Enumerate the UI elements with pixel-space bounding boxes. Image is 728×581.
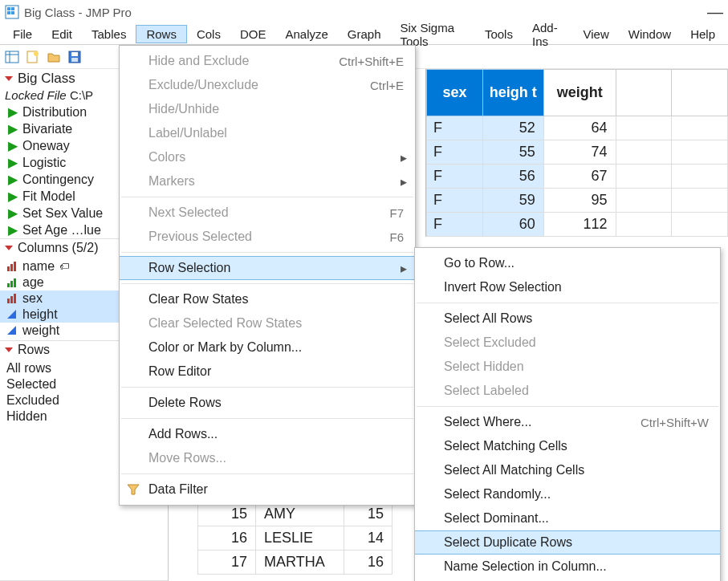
row-selection-submenu: Go to Row...Invert Row SelectionSelect A… xyxy=(414,247,721,581)
menu-cols[interactable]: Cols xyxy=(187,26,230,43)
menu-graph[interactable]: Graph xyxy=(338,26,391,43)
menu-item-data-filter[interactable]: Data Filter xyxy=(120,477,415,502)
menu-item-row-editor[interactable]: Row Editor xyxy=(120,360,415,384)
menu-item-invert-row-selection[interactable]: Invert Row Selection xyxy=(415,275,720,299)
columns-header: Columns (5/2) xyxy=(18,241,98,255)
menu-analyze[interactable]: Analyze xyxy=(275,26,337,43)
menu-item-select-labeled: Select Labeled xyxy=(415,379,720,403)
toolbar-table-icon[interactable] xyxy=(3,48,21,66)
play-icon: ▶ xyxy=(8,205,18,221)
disclose-icon[interactable] xyxy=(3,344,14,356)
svg-marker-13 xyxy=(5,76,13,81)
menu-item-name-selection-in-column[interactable]: Name Selection in Column... xyxy=(415,555,720,579)
svg-rect-19 xyxy=(10,281,13,287)
modeling-type-icon xyxy=(6,261,18,272)
locked-path: C:\P xyxy=(70,88,93,102)
menu-item-select-duplicate-rows[interactable]: Select Duplicate Rows xyxy=(415,530,720,555)
table-row[interactable]: 16LESLIE14 xyxy=(198,526,392,551)
col-header-height[interactable]: heigh t xyxy=(482,70,543,116)
menu-item-row-selection[interactable]: Row Selection▸ xyxy=(120,256,415,280)
play-icon: ▶ xyxy=(8,155,18,170)
svg-marker-27 xyxy=(128,485,139,494)
menu-bar: FileEditTablesRowsColsDOEAnalyzeGraphSix… xyxy=(0,24,728,45)
menu-item-select-matching-cells[interactable]: Select Matching Cells xyxy=(415,434,720,458)
submenu-arrow-icon: ▸ xyxy=(401,150,407,165)
menu-add-ins[interactable]: Add-Ins xyxy=(523,19,574,50)
table-row[interactable]: F5995 xyxy=(427,189,728,213)
menu-item-exclude-unexclude: Exclude/UnexcludeCtrl+E xyxy=(120,73,415,97)
svg-rect-20 xyxy=(14,278,16,287)
toolbar-new-icon[interactable] xyxy=(24,48,42,66)
table-row[interactable]: 17MARTHA16 xyxy=(198,551,392,575)
toolbar-open-icon[interactable] xyxy=(45,48,63,66)
modeling-type-icon xyxy=(6,309,18,320)
table-row[interactable]: F5264 xyxy=(427,116,728,140)
svg-marker-14 xyxy=(5,246,13,250)
menu-edit[interactable]: Edit xyxy=(42,26,82,43)
toolbar-save-icon[interactable] xyxy=(66,48,83,66)
menu-item-color-or-mark-by-column[interactable]: Color or Mark by Column... xyxy=(120,335,415,360)
svg-marker-24 xyxy=(7,310,16,319)
menu-help[interactable]: Help xyxy=(681,26,725,43)
svg-rect-3 xyxy=(7,11,10,14)
menu-file[interactable]: File xyxy=(3,26,42,43)
data-grid[interactable]: sex heigh t weight F5264F5574F5667F5995F… xyxy=(425,69,728,237)
filter-icon xyxy=(126,482,140,497)
col-header-sex[interactable]: sex xyxy=(427,70,483,116)
modeling-type-icon xyxy=(6,293,18,304)
locked-label: Locked File xyxy=(5,88,67,102)
row-index-grid[interactable]: 15AMY1516LESLIE1417MARTHA16 xyxy=(197,502,392,575)
svg-rect-4 xyxy=(11,11,14,14)
disclose-icon[interactable] xyxy=(3,73,14,84)
svg-marker-25 xyxy=(7,326,16,335)
svg-rect-5 xyxy=(6,51,18,63)
menu-window[interactable]: Window xyxy=(619,26,681,43)
menu-item-delete-rows[interactable]: Delete Rows xyxy=(120,391,415,415)
play-icon: ▶ xyxy=(8,172,18,187)
svg-rect-22 xyxy=(10,296,13,303)
table-row[interactable]: F60112 xyxy=(427,213,728,237)
submenu-arrow-icon: ▸ xyxy=(401,261,407,276)
rows-header: Rows xyxy=(18,343,50,357)
table-row[interactable]: F5667 xyxy=(427,165,728,189)
minimize-button[interactable]: — xyxy=(707,8,723,16)
table-row[interactable]: F5574 xyxy=(427,140,728,165)
svg-rect-18 xyxy=(7,283,10,287)
svg-rect-23 xyxy=(14,294,16,303)
title-bar: Big Class - JMP Pro — xyxy=(0,0,728,24)
play-icon: ▶ xyxy=(8,189,18,204)
submenu-arrow-icon: ▸ xyxy=(401,174,407,189)
menu-item-select-dominant[interactable]: Select Dominant... xyxy=(415,506,720,530)
rows-menu: Hide and ExcludeCtrl+Shift+EExclude/Unex… xyxy=(119,45,416,506)
modeling-type-icon xyxy=(6,277,18,288)
window-title: Big Class - JMP Pro xyxy=(24,6,132,19)
menu-tables[interactable]: Tables xyxy=(82,26,136,43)
menu-item-select-all-matching-cells[interactable]: Select All Matching Cells xyxy=(415,458,720,482)
svg-rect-16 xyxy=(10,264,13,271)
menu-item-go-to-row[interactable]: Go to Row... xyxy=(415,251,720,275)
table-row[interactable]: 15AMY15 xyxy=(198,502,392,526)
svg-rect-2 xyxy=(11,7,14,10)
menu-item-select-all-rows[interactable]: Select All Rows xyxy=(415,307,720,331)
menu-item-colors: Colors▸ xyxy=(120,145,415,169)
menu-item-select-randomly[interactable]: Select Randomly... xyxy=(415,482,720,506)
menu-item-select-where[interactable]: Select Where...Ctrl+Shift+W xyxy=(415,410,720,434)
menu-item-clear-row-states[interactable]: Clear Row States xyxy=(120,287,415,311)
menu-view[interactable]: View xyxy=(574,26,619,43)
play-icon: ▶ xyxy=(8,104,18,120)
disclose-icon[interactable] xyxy=(3,242,14,254)
menu-item-add-rows[interactable]: Add Rows... xyxy=(120,422,415,446)
play-icon: ▶ xyxy=(8,138,18,153)
svg-rect-15 xyxy=(7,266,10,271)
menu-item-select-hidden: Select Hidden xyxy=(415,355,720,379)
menu-rows[interactable]: Rows xyxy=(136,25,187,43)
menu-item-markers: Markers▸ xyxy=(120,169,415,193)
app-icon xyxy=(5,5,19,19)
menu-item-move-rows: Move Rows... xyxy=(120,446,415,470)
menu-item-hide-and-exclude: Hide and ExcludeCtrl+Shift+E xyxy=(120,49,415,73)
menu-item-label-unlabel: Label/Unlabel xyxy=(120,121,415,145)
col-header-weight[interactable]: weight xyxy=(543,70,616,116)
table-name: Big Class xyxy=(18,71,75,87)
menu-tools[interactable]: Tools xyxy=(475,26,523,43)
menu-doe[interactable]: DOE xyxy=(230,26,276,43)
